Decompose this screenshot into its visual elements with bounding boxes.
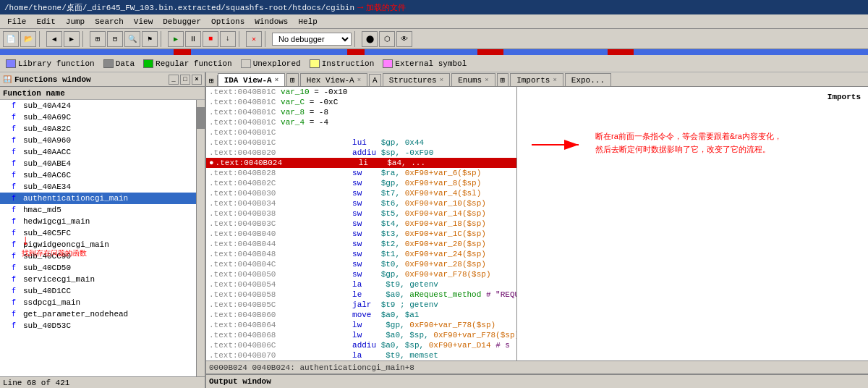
code-line: .text:0040B034 sw $t6, 0xF90+var_10($sp) xyxy=(206,198,516,208)
legend-library-label: Library function xyxy=(18,59,95,68)
func-icon: f xyxy=(12,229,20,237)
code-line: .text:0040B028 sw $ra, 0xF90+var_6($sp) xyxy=(206,168,516,178)
func-item-sub40A69C[interactable]: fsub_40A69C xyxy=(0,111,196,123)
func-icon: f xyxy=(12,264,20,272)
menu-windows[interactable]: Windows xyxy=(250,17,292,27)
middle-section: 🪟 Functions window _ □ × Function name f… xyxy=(0,72,868,388)
func-item-sub40AE34[interactable]: fsub_40AE34 xyxy=(0,181,196,193)
tab-imports-toggle[interactable]: ⊞ xyxy=(497,73,509,86)
tab-enums[interactable]: Enums × xyxy=(451,73,495,86)
output-title: Output window xyxy=(209,377,271,386)
func-item-ssdpcgi[interactable]: fssdpcgi_main xyxy=(0,297,196,308)
toolbar-btn5[interactable]: 🔍 xyxy=(124,31,140,47)
tab-hex-label: Hex View-A xyxy=(307,76,354,85)
functions-column-header: Function name xyxy=(0,87,205,100)
toolbar-stop[interactable]: ■ xyxy=(203,31,218,47)
legend-unexplored-label: Unexplored xyxy=(253,59,301,68)
code-line: .text:0040B020 addiu $sp, -0xF90 xyxy=(206,148,516,158)
ra-annotation: 断在ra前面一条指令令，等会需要跟着&ra内容变化，然后去断定何时数据影响了它，… xyxy=(532,130,782,159)
code-line: .text:0040B01C lui $gp, 0x44 xyxy=(206,138,516,148)
menu-jump[interactable]: Jump xyxy=(61,17,89,27)
menu-search[interactable]: Search xyxy=(90,17,128,27)
toolbar-bp2[interactable]: ⬡ xyxy=(379,31,395,47)
toolbar-bp[interactable]: ⬤ xyxy=(362,31,378,47)
func-item-authcgi[interactable]: fauthenticationcgi_main xyxy=(0,193,196,204)
tab-struct-toggle[interactable]: A xyxy=(369,74,381,86)
tab-exports[interactable]: Expo... xyxy=(565,73,611,86)
toolbar-open[interactable]: 📂 xyxy=(20,31,36,47)
toolbar-new[interactable]: 📄 xyxy=(3,31,19,47)
tab-imports[interactable]: Imports × xyxy=(510,73,563,86)
func-icon: f xyxy=(12,218,20,226)
tab-enums-close[interactable]: × xyxy=(485,77,488,84)
panel-maximize[interactable]: □ xyxy=(180,75,190,85)
func-icon: f xyxy=(12,102,20,110)
panel-minimize[interactable]: _ xyxy=(169,75,179,85)
right-content: ⊞ IDA View-A × ⊞ Hex View-A × A Structur… xyxy=(206,72,868,388)
func-item-sub40D1CC[interactable]: fsub_40D1CC xyxy=(0,285,196,297)
tab-structures[interactable]: Structures × xyxy=(383,73,450,86)
functions-panel: 🪟 Functions window _ □ × Function name f… xyxy=(0,72,206,388)
func-item-hedwig[interactable]: fhedwigcgi_main xyxy=(0,216,196,227)
func-item-sub40CD50[interactable]: fsub_40CD50 xyxy=(0,262,196,274)
tabs-row: ⊞ IDA View-A × ⊞ Hex View-A × A Structur… xyxy=(206,72,868,87)
tab-imports-close[interactable]: × xyxy=(553,77,556,84)
tab-hex-view[interactable]: Hex View-A × xyxy=(300,73,367,86)
menu-view[interactable]: View xyxy=(129,17,157,27)
func-icon: f xyxy=(12,206,20,214)
debugger-select[interactable]: No debugger xyxy=(272,33,352,46)
code-line-highlighted: ● .text:0040B024 li $a4, ... xyxy=(206,158,516,168)
func-icon: f xyxy=(12,172,20,180)
func-item-service[interactable]: fservicecgi_main xyxy=(0,274,196,285)
menu-file[interactable]: File xyxy=(3,17,30,27)
toolbar-fwd[interactable]: ▶ xyxy=(64,31,80,47)
toolbar-btn3[interactable]: ⊞ xyxy=(90,31,106,47)
toolbar-btn4[interactable]: ⊟ xyxy=(107,31,123,47)
code-line: .text:0040B064 lw $gp, 0xF90+var_F78($sp… xyxy=(206,320,516,330)
annotation-area: 断在ra前面一条指令令，等会需要跟着&ra内容变化，然后去断定何时数据影响了它，… xyxy=(517,87,868,360)
tab-hex-close[interactable]: × xyxy=(357,77,361,84)
menu-edit[interactable]: Edit xyxy=(32,17,59,27)
func-item-sub40ABE4[interactable]: fsub_40ABE4 xyxy=(0,158,196,169)
tab-ida-label: IDA View-A xyxy=(224,76,272,85)
menu-debugger[interactable]: Debugger xyxy=(158,17,205,27)
tab-hex-nav[interactable]: ⊞ xyxy=(286,73,299,86)
func-item-getparam[interactable]: fget_parameter_nodehead xyxy=(0,308,196,320)
tab-nav-icon[interactable]: ⊞ xyxy=(206,75,218,86)
func-item-sub40D53C[interactable]: fsub_40D53C xyxy=(0,320,196,332)
menu-help[interactable]: Help xyxy=(294,17,321,27)
tab-struct-close[interactable]: × xyxy=(440,77,443,84)
func-item-sub40A424[interactable]: fsub_40A424 xyxy=(0,100,196,111)
code-line: .text:0040B040 sw $t3, 0xF90+var_1C($sp) xyxy=(206,229,516,239)
tab-ida-close[interactable]: × xyxy=(275,77,278,84)
legend-instruction-label: Instruction xyxy=(322,59,375,68)
panel-close[interactable]: × xyxy=(192,75,202,85)
func-item-sub40A82C[interactable]: fsub_40A82C xyxy=(0,123,196,135)
toolbar-run[interactable]: ▶ xyxy=(168,31,184,47)
tab-imports-label: Imports xyxy=(516,76,550,85)
legend-instruction: Instruction xyxy=(310,59,375,68)
toolbar-back[interactable]: ◀ xyxy=(46,31,62,47)
tab-ida-view[interactable]: IDA View-A × xyxy=(218,73,285,86)
title-path: /home/theone/桌面/_dir645_FW_103.bin.extra… xyxy=(4,2,354,13)
toolbar-btn6[interactable]: ⚑ xyxy=(142,31,158,47)
func-item-sub40C5FC[interactable]: fsub_40C5FC xyxy=(0,227,196,239)
func-item-sub40A960[interactable]: fsub_40A960 xyxy=(0,135,196,146)
func-item-sub40AACC[interactable]: fsub_40AACC xyxy=(0,146,196,158)
func-item-sub40AC6C[interactable]: fsub_40AC6C xyxy=(0,169,196,181)
legend-library-box xyxy=(6,59,16,68)
address-bar: 0000B024 0040B024: authenticationcgi_mai… xyxy=(206,360,868,374)
toolbar-pause[interactable]: ⏸ xyxy=(185,31,201,47)
functions-scrollbar[interactable] xyxy=(196,100,205,376)
func-icon: f xyxy=(12,299,20,307)
toolbar-x[interactable]: ✕ xyxy=(246,31,262,47)
toolbar-watch[interactable]: 👁 xyxy=(396,31,412,47)
func-item-sub40CC90[interactable]: fsub_40CC90 xyxy=(0,250,196,262)
func-item-hmacmd5[interactable]: fhmac_md5 xyxy=(0,204,196,216)
toolbar-sep6 xyxy=(354,31,359,47)
menu-options[interactable]: Options xyxy=(207,17,249,27)
func-icon: f xyxy=(12,276,20,284)
func-icon: f xyxy=(12,137,20,145)
func-item-pigwidgeon[interactable]: fpigwidgeoncgi_main xyxy=(0,239,196,250)
toolbar-step[interactable]: ↓ xyxy=(220,31,236,47)
